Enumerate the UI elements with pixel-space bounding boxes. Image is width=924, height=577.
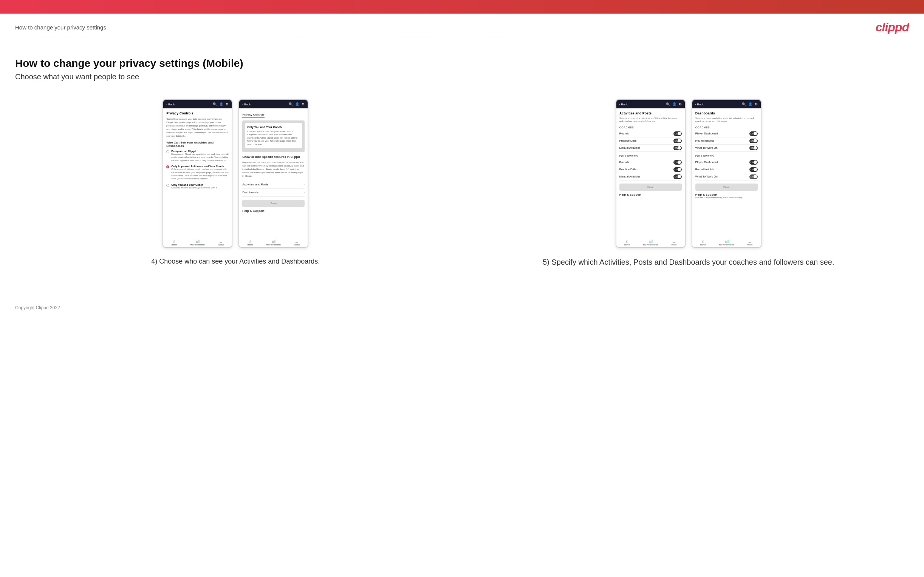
toggle-label-round-insights-f: Round Insights: [695, 168, 714, 171]
mockup-section: ‹ Back 🔍 👤 ⚙ Privacy Controls Control ho…: [15, 99, 909, 268]
main-content: How to change your privacy settings (Mob…: [0, 39, 924, 282]
menu-activities: Activities and Posts ›: [242, 181, 305, 189]
chevron-right-icon-2: ›: [304, 191, 305, 195]
footer-home-2: ⌂ Home: [247, 239, 253, 246]
show-hide-text: Regardless of the privacy controls that …: [242, 161, 305, 178]
radio-text-2: Only Approved Followers and Your Coach O…: [171, 165, 229, 181]
phone-2-icons: 🔍 👤 ⚙: [289, 102, 305, 106]
radio-circle-2: [166, 165, 169, 168]
phone-2-body: Privacy Controls Only You and Your Coach…: [239, 108, 308, 237]
back-chevron-icon: ‹: [166, 103, 167, 106]
user-icon-2: 👤: [295, 102, 299, 106]
footer-home-3: ⌂ Home: [624, 239, 630, 246]
toggle-label-manual-c: Manual Activities: [619, 146, 641, 150]
toggle-coaches-manual: Manual Activities ON: [619, 145, 682, 152]
phone-1-subtitle: Who Can See Your Activities and Dashboar…: [166, 141, 229, 148]
top-bar: [0, 0, 924, 14]
footer-home-1: ⌂ Home: [171, 239, 177, 246]
toggle-drills-f[interactable]: ON: [674, 167, 682, 172]
radio-text-1: Everyone on Clippd Everyone on Clippd ca…: [171, 150, 229, 162]
copyright-text: Copyright Clippd 2022: [15, 305, 60, 310]
phone-3-back: ‹ Back: [619, 103, 628, 106]
toggle-follower-player-dash: Player Dashboard ON: [695, 159, 758, 166]
radio-approved: Only Approved Followers and Your Coach O…: [166, 165, 229, 181]
radio-desc-1: Everyone on Clippd can search for you an…: [171, 153, 229, 162]
toggle-manual-f[interactable]: ON: [674, 174, 682, 179]
toggle-label-manual-f: Manual Activities: [619, 175, 641, 178]
popup-title: Only You and Your Coach: [247, 126, 300, 129]
toggle-player-dash-f[interactable]: ON: [750, 160, 758, 164]
footer-menu-1: ☰ Menu: [218, 239, 224, 246]
privacy-tab-item: Privacy Controls: [242, 111, 264, 118]
popup-overlay: Only You and Your Coach Only you and the…: [242, 121, 305, 152]
phone-1-header: ‹ Back 🔍 👤 ⚙: [163, 100, 232, 108]
dashboards-desc: Select the dashboards that you'd like to…: [695, 117, 758, 123]
toggle-label-rounds-c: Rounds: [619, 132, 629, 135]
phone-4-icons: 🔍 👤 ⚙: [742, 102, 758, 106]
footer-performance-3: 📊 My Performance: [643, 239, 658, 246]
menu-icon-2: ☰: [295, 239, 299, 243]
settings-icon-4: ⚙: [755, 102, 758, 106]
toggle-followers-rounds: Rounds ON: [619, 159, 682, 166]
phone-4: ‹ Back 🔍 👤 ⚙ Dashboards Select the dashb…: [691, 99, 761, 248]
toggle-followers-drills: Practice Drills ON: [619, 166, 682, 173]
help-support-label-4: Help & Support: [695, 193, 758, 197]
back-chevron-icon-2: ‹: [242, 103, 243, 106]
phone-1-back: ‹ Back: [166, 103, 174, 106]
footer-home-4: ⌂ Home: [700, 239, 706, 246]
toggle-player-dash-c[interactable]: ON: [750, 131, 758, 136]
toggle-label-player-dash-f: Player Dashboard: [695, 161, 718, 164]
user-icon-4: 👤: [748, 102, 753, 106]
mockup-group-2: ‹ Back 🔍 👤 ⚙ Activities and Posts Select…: [468, 99, 909, 268]
radio-title-1: Everyone on Clippd: [171, 150, 229, 153]
save-btn-3[interactable]: Save: [619, 184, 682, 191]
menu-icon: ☰: [219, 239, 223, 243]
toggle-rounds-f[interactable]: ON: [674, 160, 682, 164]
radio-title-3: Only You and Your Coach: [171, 184, 217, 186]
toggle-manual-c[interactable]: ON: [674, 146, 682, 150]
toggle-label-what-to-work-c: What To Work On: [695, 146, 718, 150]
help-support-label-2: Help & Support: [242, 209, 305, 213]
page-footer: Copyright Clippd 2022: [0, 298, 924, 318]
footer-menu-4: ☰ Menu: [748, 239, 753, 246]
page-subtitle: Choose what you want people to see: [15, 73, 909, 81]
phone-4-header: ‹ Back 🔍 👤 ⚙: [692, 100, 761, 108]
save-btn-4[interactable]: Save: [695, 184, 758, 191]
user-icon-3: 👤: [672, 102, 677, 106]
toggle-round-insights-f[interactable]: ON: [750, 167, 758, 172]
phone-4-body: Dashboards Select the dashboards that yo…: [692, 108, 761, 237]
page-title: How to change your privacy settings (Mob…: [15, 57, 909, 69]
toggle-what-to-work-c[interactable]: ON: [750, 146, 758, 150]
footer-menu-3: ☰ Menu: [672, 239, 677, 246]
footer-performance-4: 📊 My Performance: [719, 239, 734, 246]
phone-2-footer: ⌂ Home 📊 My Performance ☰ Menu: [239, 237, 308, 247]
toggle-label-drills-c: Practice Drills: [619, 139, 637, 142]
toggle-coach-what-to-work: What To Work On ON: [695, 145, 758, 152]
phone-1-footer: ⌂ Home 📊 My Performance ☰ Menu: [163, 237, 232, 247]
header: How to change your privacy settings clip…: [0, 14, 924, 39]
toggle-label-what-to-work-f: What To Work On: [695, 175, 718, 178]
save-btn-2[interactable]: Save: [242, 200, 305, 207]
help-support-label-3: Help & Support: [619, 193, 682, 197]
menu-activities-label: Activities and Posts: [242, 183, 268, 186]
phone-1: ‹ Back 🔍 👤 ⚙ Privacy Controls Control ho…: [163, 99, 233, 248]
toggle-rounds-c[interactable]: ON: [674, 131, 682, 136]
toggle-label-drills-f: Practice Drills: [619, 168, 637, 171]
toggle-follower-round-insights: Round Insights ON: [695, 166, 758, 173]
coaches-label-4: COACHES: [695, 126, 758, 129]
settings-icon-2: ⚙: [302, 102, 305, 106]
phone-3-icons: 🔍 👤 ⚙: [666, 102, 682, 106]
toggle-label-player-dash-c: Player Dashboard: [695, 132, 718, 135]
settings-icon: ⚙: [226, 102, 229, 106]
search-icon-4: 🔍: [742, 102, 746, 106]
search-icon-3: 🔍: [666, 102, 670, 106]
footer-performance-1: 📊 My Performance: [190, 239, 205, 246]
performance-icon-4: 📊: [724, 239, 729, 243]
radio-circle-1: [166, 150, 169, 153]
radio-everyone: Everyone on Clippd Everyone on Clippd ca…: [166, 150, 229, 162]
toggle-what-to-work-f[interactable]: ON: [750, 174, 758, 179]
toggle-round-insights-c[interactable]: ON: [750, 139, 758, 143]
followers-label: FOLLOWERS: [619, 155, 682, 158]
toggle-coaches-drills: Practice Drills ON: [619, 137, 682, 145]
toggle-drills-c[interactable]: ON: [674, 139, 682, 143]
